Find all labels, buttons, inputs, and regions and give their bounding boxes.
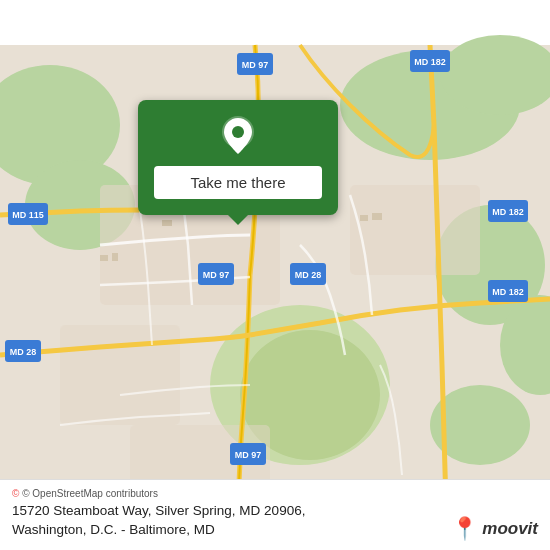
location-pin-icon (216, 114, 260, 158)
svg-text:MD 182: MD 182 (414, 57, 446, 67)
svg-text:MD 97: MD 97 (242, 60, 269, 70)
svg-rect-37 (112, 253, 118, 261)
moovit-brand-text: moovit (482, 519, 538, 539)
svg-rect-38 (360, 215, 368, 221)
attribution-text: © OpenStreetMap contributors (22, 488, 158, 499)
svg-text:MD 182: MD 182 (492, 287, 524, 297)
svg-rect-36 (100, 255, 108, 261)
svg-text:MD 115: MD 115 (12, 210, 44, 220)
svg-text:MD 28: MD 28 (295, 270, 322, 280)
svg-text:MD 28: MD 28 (10, 347, 37, 357)
svg-rect-12 (350, 185, 480, 275)
bottom-bar: © © OpenStreetMap contributors 15720 Ste… (0, 479, 550, 550)
svg-text:MD 182: MD 182 (492, 207, 524, 217)
map-container[interactable]: MD 97 MD 182 MD 115 MD 97 MD 28 MD 182 M… (0, 0, 550, 550)
moovit-logo: 📍 moovit (451, 516, 538, 542)
address-line1: 15720 Steamboat Way, Silver Spring, MD 2… (12, 503, 305, 518)
take-me-there-button[interactable]: Take me there (154, 166, 322, 199)
moovit-pin-icon: 📍 (451, 516, 478, 542)
svg-point-41 (232, 126, 244, 138)
svg-rect-35 (162, 220, 172, 226)
address-text: 15720 Steamboat Way, Silver Spring, MD 2… (12, 502, 305, 540)
address-line2: Washington, D.C. - Baltimore, MD (12, 522, 215, 537)
svg-text:MD 97: MD 97 (203, 270, 230, 280)
map-svg: MD 97 MD 182 MD 115 MD 97 MD 28 MD 182 M… (0, 0, 550, 550)
location-popup: Take me there (138, 100, 338, 215)
svg-text:MD 97: MD 97 (235, 450, 262, 460)
svg-rect-11 (60, 325, 180, 425)
osm-attribution: © © OpenStreetMap contributors (12, 488, 538, 499)
svg-rect-39 (372, 213, 382, 220)
